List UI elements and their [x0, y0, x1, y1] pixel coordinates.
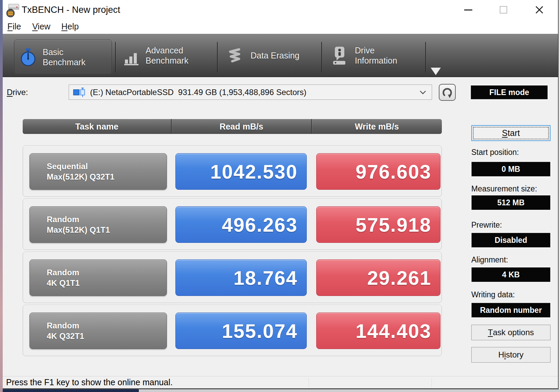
- start-button[interactable]: Start: [471, 125, 551, 141]
- minimize-button[interactable]: [461, 4, 476, 16]
- eraser-icon: [227, 47, 243, 64]
- read-value: 155.074: [175, 313, 307, 349]
- refresh-icon: [440, 86, 454, 99]
- table-row: Random Max(512K) Q1T1 496.263 575.918: [23, 199, 442, 250]
- toolbar-overflow-chevron-down-icon[interactable]: [431, 68, 441, 75]
- benchmark-table-header: Task name Read mB/s Write mB/s: [23, 119, 442, 134]
- task-options-button[interactable]: Task options: [471, 325, 551, 340]
- desktop-edge: [0, 0, 3, 392]
- start-position-label: Start position:: [471, 148, 553, 158]
- close-button[interactable]: [532, 4, 547, 16]
- menu-help[interactable]: Help: [60, 20, 81, 34]
- stopwatch-icon: [20, 48, 36, 67]
- tab-data-erasing[interactable]: Data Erasing: [225, 38, 316, 73]
- header-task-name: Task name: [23, 119, 171, 134]
- tab-drive-information[interactable]: Drive Information: [329, 38, 424, 73]
- drive-icon: [73, 88, 87, 97]
- toolbar: Basic Benchmark Advanced Benchmark: [0, 34, 558, 77]
- task-button-sequential-512k-q32t1[interactable]: Sequential Max(512K) Q32T1: [29, 153, 167, 190]
- measurement-size-label: Measurement size:: [471, 184, 553, 194]
- window-title: TxBENCH - New project: [22, 0, 120, 20]
- status-message: Press the F1 key to show the online manu…: [6, 376, 173, 389]
- table-row: Random 4K Q32T1 155.074 144.403: [23, 305, 442, 356]
- main-content: Drive: (E:) NetacPortableSSD 931.49 GB (…: [0, 77, 558, 376]
- close-icon: [535, 5, 544, 14]
- read-value: 18.764: [175, 259, 307, 296]
- title-bar: TxBENCH - New project: [0, 0, 558, 20]
- drive-info-icon: [332, 46, 348, 66]
- history-button[interactable]: History: [471, 347, 551, 363]
- bar-chart-icon: [124, 51, 140, 66]
- toolbar-separator: [217, 42, 218, 72]
- statusbar-separator: [432, 378, 432, 387]
- task-button-random-512k-q1t1[interactable]: Random Max(512K) Q1T1: [29, 206, 167, 243]
- read-value: 1042.530: [175, 153, 307, 190]
- read-value: 496.263: [175, 206, 307, 243]
- app-icon: [5, 3, 20, 17]
- app-window: TxBENCH - New project File View Help: [0, 0, 560, 392]
- write-value: 144.403: [316, 313, 440, 349]
- refresh-drives-button[interactable]: [439, 84, 456, 101]
- desktop-edge: [559, 0, 560, 392]
- writing-data-value[interactable]: Random number: [471, 303, 551, 318]
- drive-label: Drive:: [7, 85, 28, 100]
- drive-select[interactable]: (E:) NetacPortableSSD 931.49 GB (1,953,4…: [69, 85, 432, 100]
- file-mode-button[interactable]: FILE mode: [471, 85, 548, 99]
- writing-data-label: Writing data:: [471, 290, 553, 300]
- drive-selected-value: (E:) NetacPortableSSD 931.49 GB (1,953,4…: [90, 88, 306, 97]
- start-position-value[interactable]: 0 MB: [471, 162, 551, 177]
- tab-advanced-benchmark[interactable]: Advanced Benchmark: [122, 38, 213, 73]
- header-read: Read mB/s: [171, 119, 311, 134]
- tab-data-erasing-label: Data Erasing: [251, 38, 316, 73]
- alignment-value[interactable]: 4 KB: [471, 267, 551, 282]
- table-row: Sequential Max(512K) Q32T1 1042.530 976.…: [23, 145, 442, 197]
- task-button-random-4k-q1t1[interactable]: Random 4K Q1T1: [29, 259, 167, 296]
- tab-advanced-benchmark-label: Advanced Benchmark: [146, 38, 213, 73]
- desktop-edge: [0, 389, 139, 392]
- chevron-down-icon: [419, 90, 426, 94]
- statusbar-separator: [309, 378, 309, 387]
- toolbar-separator: [115, 42, 116, 72]
- menu-file[interactable]: File: [6, 20, 22, 34]
- measurement-size-value[interactable]: 512 MB: [471, 195, 551, 210]
- tab-basic-benchmark-label: Basic Benchmark: [43, 40, 112, 75]
- maximize-button[interactable]: [496, 4, 511, 16]
- minimize-icon: [464, 8, 473, 11]
- tab-basic-benchmark[interactable]: Basic Benchmark: [14, 39, 112, 74]
- header-write: Write mB/s: [311, 119, 442, 134]
- toolbar-separator: [321, 42, 322, 72]
- maximize-icon: [499, 6, 508, 14]
- menu-bar: File View Help: [0, 20, 558, 34]
- desktop-edge: [139, 389, 560, 392]
- prewrite-label: Prewrite:: [471, 221, 553, 231]
- task-button-random-4k-q32t1[interactable]: Random 4K Q32T1: [29, 313, 167, 349]
- write-value: 29.261: [316, 259, 440, 296]
- table-row: Random 4K Q1T1 18.764 29.261: [23, 252, 442, 303]
- write-value: 575.918: [316, 206, 440, 243]
- toolbar-separator: [425, 42, 426, 72]
- status-bar: Press the F1 key to show the online manu…: [0, 376, 558, 388]
- prewrite-value[interactable]: Disabled: [471, 233, 551, 248]
- menu-view[interactable]: View: [31, 20, 51, 34]
- alignment-label: Alignment:: [471, 255, 553, 266]
- tab-drive-information-label: Drive Information: [355, 38, 424, 73]
- write-value: 976.603: [316, 153, 440, 190]
